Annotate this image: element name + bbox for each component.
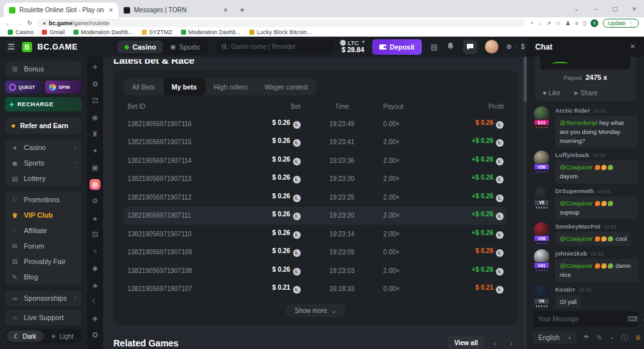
quest-button[interactable]: QUEST (5, 80, 42, 93)
search-input[interactable] (231, 43, 328, 50)
chat-message-input[interactable] (538, 316, 623, 323)
tab-wager-contest[interactable]: Wager contest (256, 79, 316, 95)
scrollbar-thumb[interactable] (524, 57, 527, 102)
refer-and-earn-button[interactable]: ●Refer and Earn (5, 117, 82, 134)
key-icon[interactable]: ⚬ (529, 20, 535, 26)
chat-toggle-icon[interactable] (463, 40, 477, 54)
chat-bubble[interactable]: @Cowjuicer supsup (555, 196, 638, 220)
browser-tab[interactable]: Roulette Online Slot - Play onlin✕ (4, 3, 118, 17)
sidebar-item-promotions[interactable]: ⚐Promotions (5, 192, 82, 207)
chat-bubble[interactable]: @Cowjuicer damn nice (555, 259, 638, 282)
tab-high-rollers[interactable]: High rollers (205, 79, 256, 95)
bookmark-star-icon[interactable]: ☆ (556, 20, 561, 26)
chat-bubble[interactable]: @Cowjuicer cool (555, 232, 631, 246)
deposit-button[interactable]: Deposit (372, 39, 422, 55)
rail-icon-ball[interactable]: ◉ (90, 112, 100, 123)
rain-icon[interactable]: ☂ (583, 334, 589, 342)
rail-icon-hash-dice[interactable]: ⚙ (90, 196, 100, 207)
rail-icon-crash[interactable]: ✈ (90, 62, 100, 73)
rail-icon-spin-game[interactable]: ✧ (90, 246, 100, 257)
chat-bubble[interactable]: @Cowjuicer dayum (555, 160, 638, 184)
globe-icon[interactable]: ⊕ (506, 43, 511, 50)
chat-bubble[interactable]: @Terrordvctyl hey what are you doing Mon… (555, 116, 638, 147)
tab-all-bets[interactable]: All Bets (124, 79, 164, 95)
rail-icon-poker[interactable]: ♠ (90, 212, 100, 223)
rail-icon-twist[interactable]: ✦ (90, 146, 100, 156)
mention-link[interactable]: @Cowjuicer (560, 262, 592, 269)
carousel-prev-icon[interactable]: ‹ (488, 337, 501, 349)
rail-icon-gem[interactable]: ◆ (90, 263, 100, 274)
rail-icon-clubs[interactable]: ♣ (90, 279, 100, 290)
language-selector[interactable]: English› (533, 332, 576, 344)
chat-close-icon[interactable]: ✕ (630, 42, 636, 51)
dark-mode-button[interactable]: ☾Dark (6, 330, 44, 342)
new-tab-button[interactable]: + (236, 3, 249, 16)
sidebar-item-affiliate[interactable]: ◌Affiliate (5, 223, 82, 238)
reload-icon[interactable]: ↻ (27, 19, 32, 26)
rail-icon-crystal[interactable]: ◈ (90, 313, 100, 324)
chat-bubble[interactable]: Gl yall (555, 295, 581, 308)
tab-search-icon[interactable]: ⌄ (567, 6, 586, 12)
show-more-button[interactable]: Show more⌄ (285, 304, 346, 317)
table-row[interactable]: 138219056971907114$ 0.26Ł19:23:362.00×+$… (124, 151, 507, 170)
table-row[interactable]: 138219056971907115$ 0.26Ł19:23:412.00×+$… (124, 133, 507, 152)
address-bar[interactable]: 🔒︎ bc.game/game/roulette (37, 19, 525, 27)
table-row[interactable]: 138219056971907109$ 0.26Ł19:23:090.00×$ … (124, 243, 507, 262)
rail-icon-wheel[interactable]: ✪ (90, 330, 100, 341)
table-row[interactable]: 138219056971907113$ 0.26Ł19:23:302.00×+$… (124, 170, 507, 189)
window-close-icon[interactable]: ✕ (625, 6, 644, 12)
chat-message-list[interactable]: Payout 2475 x ♥ Like ➤ Share SV2Arctic R… (527, 57, 644, 308)
minimize-icon[interactable]: – (586, 6, 605, 12)
coin-drop-icon[interactable]: ◔ (609, 334, 614, 342)
table-row[interactable]: 138219056971907107$ 0.21Ł16:18:330.00×$ … (124, 280, 507, 299)
back-icon[interactable]: ← (5, 19, 12, 26)
trophy-icon[interactable]: ♕ (635, 334, 641, 342)
bookmark-item[interactable]: Gmail (42, 29, 65, 35)
tab-casino[interactable]: ◆Casino (117, 41, 163, 53)
browser-profile-avatar[interactable]: e (591, 19, 598, 27)
mention-link[interactable]: @Cowjuicer (560, 235, 592, 242)
mention-link[interactable]: @Cowjuicer (560, 200, 592, 207)
sidebar-item-bonus[interactable]: ⊞Bonus (5, 61, 82, 77)
rail-icon-tower[interactable]: ♜ (90, 129, 100, 140)
side-panel-icon[interactable]: ▯ (583, 20, 586, 26)
hamburger-menu-icon[interactable] (5, 41, 17, 53)
rail-icon-moon-game[interactable]: ☾ (90, 296, 100, 307)
table-row[interactable]: 138219056971907111$ 0.26Ł19:23:202.00×+$… (124, 207, 507, 225)
sidebar-item-vip-club[interactable]: ♕VIP Club (5, 207, 82, 223)
info-icon[interactable]: ⓘ (621, 333, 628, 343)
table-row[interactable]: 138219056971907108$ 0.26Ł19:23:032.00×+$… (124, 261, 507, 280)
extensions-icon[interactable]: ♟ (565, 20, 571, 26)
shared-bet-card[interactable]: Payout 2475 x ♥ Like ➤ Share (535, 57, 636, 101)
bcgame-logo-icon[interactable]: B (22, 42, 32, 52)
rail-icon-flower[interactable]: ✿ (90, 79, 100, 90)
tab-close-icon[interactable]: ✕ (223, 7, 228, 14)
sidebar-item-blog[interactable]: ✎Blog (5, 269, 82, 285)
rail-icon-video-poker[interactable]: ▣ (90, 162, 100, 173)
page-scrollbar[interactable] (524, 57, 527, 349)
share-icon[interactable]: ↗ (546, 20, 551, 26)
bookmark-item[interactable]: SYZTMZ (142, 29, 173, 35)
view-all-button[interactable]: View all (448, 336, 484, 349)
install-icon[interactable]: ↓ (539, 20, 542, 26)
maximize-icon[interactable]: ▢ (605, 6, 625, 12)
tab-my-bets[interactable]: My bets (164, 79, 205, 95)
sidebar-item-lottery[interactable]: ▤Lottery (5, 171, 82, 186)
table-row[interactable]: 138219056971907110$ 0.26Ł19:23:142.00×+$… (124, 225, 507, 243)
bookmark-item[interactable]: Moderation Dashb... (73, 29, 133, 35)
rail-icon-classic-dice[interactable]: ⚂ (90, 95, 100, 106)
reading-list-icon[interactable]: ≡ (575, 20, 578, 26)
rail-icon-roulette[interactable]: ◍ (90, 179, 100, 190)
chat-rules-icon[interactable]: ✎ (596, 334, 602, 342)
like-button[interactable]: ♥ Like (543, 90, 560, 97)
sidebar-item-casino[interactable]: ♦Casino› (5, 140, 82, 155)
game-search[interactable] (216, 40, 334, 54)
user-avatar[interactable] (485, 40, 498, 53)
sidebar-item-live-support[interactable]: ∩Live Support (5, 310, 82, 325)
share-button[interactable]: ➤ Share (573, 90, 598, 97)
bookmark-item[interactable]: Lucky Block Bitcoin... (249, 29, 312, 35)
currency-selector[interactable]: LTC▼ $ 28.84 (340, 40, 366, 54)
sidebar-item-provably-fair[interactable]: ⚄Provably Fair (5, 254, 82, 269)
mention-link[interactable]: @Cowjuicer (560, 164, 592, 171)
notifications-bell-icon[interactable] (447, 42, 454, 52)
